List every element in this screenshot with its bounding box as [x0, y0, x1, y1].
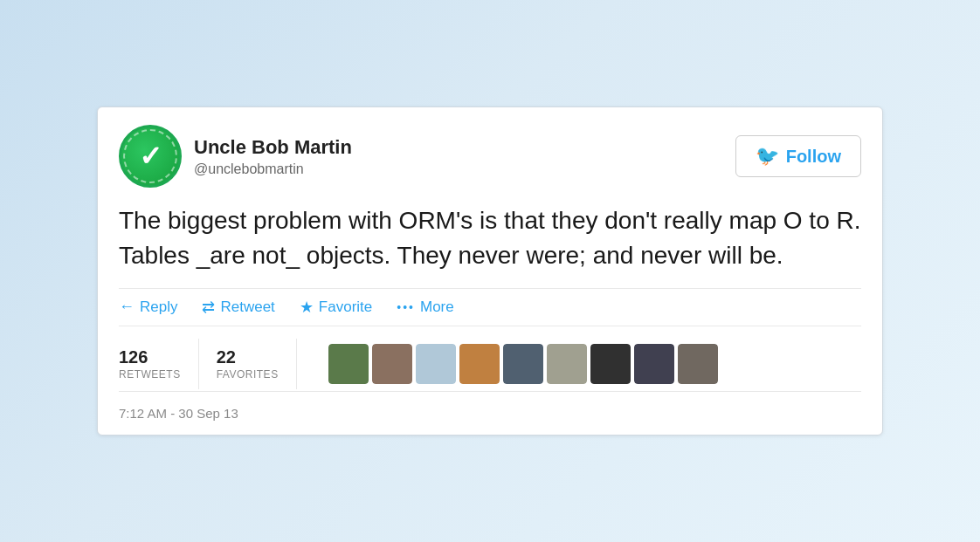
more-icon: [397, 298, 415, 316]
tweet-actions: Reply Retweet Favorite More: [119, 288, 861, 326]
mini-avatar: [678, 344, 718, 384]
favorites-count: 22: [217, 347, 279, 367]
reply-icon: [119, 298, 135, 316]
tweet-author: ✓ Uncle Bob Martin @unclebobmartin: [119, 125, 352, 188]
mini-avatar: [547, 344, 587, 384]
avatar-checkmark: ✓: [139, 140, 162, 173]
stats-and-avatars-row: 126 RETWEETS 22 FAVORITES: [119, 337, 861, 392]
retweet-button[interactable]: Retweet: [202, 298, 274, 317]
tweet-header: ✓ Uncle Bob Martin @unclebobmartin 🐦 Fol…: [119, 125, 861, 188]
avatar: ✓: [119, 125, 182, 188]
retweet-label: Retweet: [220, 298, 274, 316]
mini-avatar: [634, 344, 674, 384]
more-button[interactable]: More: [397, 298, 453, 316]
favorite-button[interactable]: Favorite: [300, 298, 372, 317]
more-label: More: [420, 298, 454, 316]
favorite-label: Favorite: [319, 298, 372, 316]
twitter-bird-icon: 🐦: [756, 145, 779, 168]
retweets-label: RETWEETS: [119, 368, 181, 381]
follow-label: Follow: [786, 147, 841, 167]
reply-button[interactable]: Reply: [119, 298, 177, 316]
retweets-stat: 126 RETWEETS: [119, 339, 199, 389]
mini-avatar: [459, 344, 500, 384]
favorites-label: FAVORITES: [217, 368, 279, 381]
retweet-icon: [202, 298, 215, 317]
tweet-card: ✓ Uncle Bob Martin @unclebobmartin 🐦 Fol…: [97, 106, 883, 435]
retweets-block: 126 RETWEETS: [119, 347, 181, 381]
author-info: Uncle Bob Martin @unclebobmartin: [194, 136, 352, 176]
avatars-row: [314, 337, 718, 391]
follow-button[interactable]: 🐦 Follow: [735, 135, 861, 177]
author-handle: @unclebobmartin: [194, 161, 352, 177]
mini-avatar: [328, 344, 369, 384]
mini-avatar: [416, 344, 456, 384]
favorite-icon: [300, 298, 314, 317]
mini-avatar: [372, 344, 412, 384]
author-name: Uncle Bob Martin: [194, 136, 352, 159]
mini-avatar: [590, 344, 631, 384]
reply-label: Reply: [140, 298, 177, 316]
tweet-text: The biggest problem with ORM's is that t…: [119, 203, 861, 271]
tweet-timestamp: 7:12 AM - 30 Sep 13: [119, 402, 861, 421]
mini-avatar: [503, 344, 543, 384]
favorites-block: 22 FAVORITES: [217, 347, 279, 381]
retweets-count: 126: [119, 347, 181, 367]
favorites-stat: 22 FAVORITES: [217, 339, 297, 389]
